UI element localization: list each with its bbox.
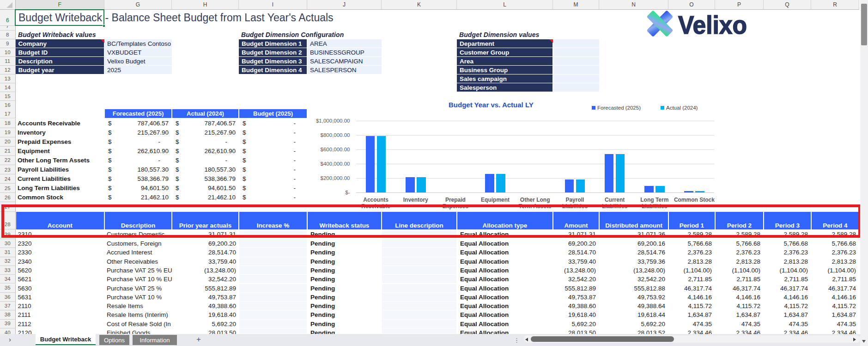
svg-text:Velixo: Velixo xyxy=(678,10,747,38)
